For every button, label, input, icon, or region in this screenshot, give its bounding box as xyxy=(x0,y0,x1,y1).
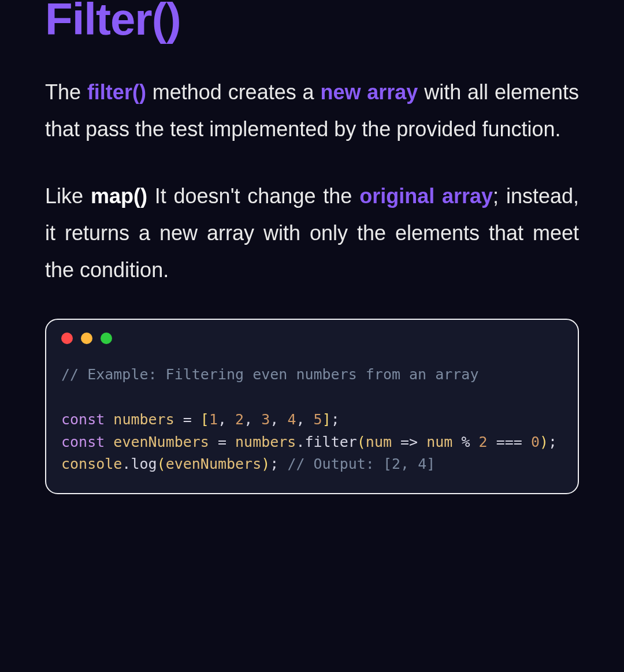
code-n5: 5 xyxy=(314,411,322,428)
code-paren-close1: ) xyxy=(540,434,548,450)
code-numbers-ref: numbers xyxy=(235,434,296,450)
code-mod: % xyxy=(461,434,470,450)
p1-text-2: method creates a xyxy=(146,80,321,104)
p1-highlight-newarray: new array xyxy=(320,80,418,104)
code-paren-open2: ( xyxy=(157,456,166,472)
code-eq2: = xyxy=(209,434,235,450)
code-comment: // Example: Filtering even numbers from … xyxy=(61,366,478,383)
code-log: log xyxy=(131,456,157,472)
code-c2: , xyxy=(244,411,261,428)
code-c1: , xyxy=(218,411,235,428)
code-window: // Example: Filtering even numbers from … xyxy=(45,319,579,494)
p2-bold-map: map() xyxy=(91,184,147,208)
p1-highlight-filter: filter() xyxy=(87,80,146,104)
code-ident-even: evenNumbers xyxy=(113,434,209,450)
code-arr-close: ] xyxy=(322,411,331,428)
code-paren-close2: ) xyxy=(261,456,270,472)
code-block: // Example: Filtering even numbers from … xyxy=(61,364,563,476)
code-semi3: ; xyxy=(270,456,278,472)
p2-text-2: It doesn't change the xyxy=(147,184,359,208)
traffic-green-icon xyxy=(101,333,112,344)
code-semi1: ; xyxy=(331,411,340,428)
code-triple-eq: === xyxy=(496,434,522,450)
window-traffic-lights xyxy=(61,333,563,344)
code-paren-open1: ( xyxy=(357,434,366,450)
code-kw-const1: const xyxy=(61,411,105,428)
p1-text-1: The xyxy=(45,80,87,104)
traffic-red-icon xyxy=(61,333,73,344)
p2-highlight-original: original array xyxy=(359,184,493,208)
code-arrow: => xyxy=(392,434,426,450)
paragraph-2: Like map() It doesn't change the origina… xyxy=(45,178,579,289)
code-eq1: = xyxy=(174,411,200,428)
code-param: num xyxy=(366,434,392,450)
code-arr-open: [ xyxy=(200,411,209,428)
code-filter: filter xyxy=(304,434,356,450)
code-c4: , xyxy=(296,411,313,428)
code-dot1: . xyxy=(296,434,304,450)
code-out-comment: // Output: [2, 4] xyxy=(287,456,435,472)
code-semi2: ; xyxy=(548,434,557,450)
code-arg: evenNumbers xyxy=(166,456,262,472)
code-expr-left: num xyxy=(426,434,461,450)
code-two: 2 xyxy=(470,434,496,450)
code-dot2: . xyxy=(122,456,131,472)
page-title: Filter() xyxy=(45,0,579,42)
code-n4: 4 xyxy=(287,411,296,428)
code-console: console xyxy=(61,456,122,472)
code-zero: 0 xyxy=(531,434,540,450)
traffic-yellow-icon xyxy=(81,333,92,344)
code-kw-const2: const xyxy=(61,434,105,450)
code-n1: 1 xyxy=(209,411,218,428)
paragraph-1: The filter() method creates a new array … xyxy=(45,74,579,148)
code-ident-numbers: numbers xyxy=(113,411,174,428)
code-n3: 3 xyxy=(261,411,270,428)
code-n2: 2 xyxy=(235,411,244,428)
code-c3: , xyxy=(270,411,287,428)
p2-text-1: Like xyxy=(45,184,91,208)
